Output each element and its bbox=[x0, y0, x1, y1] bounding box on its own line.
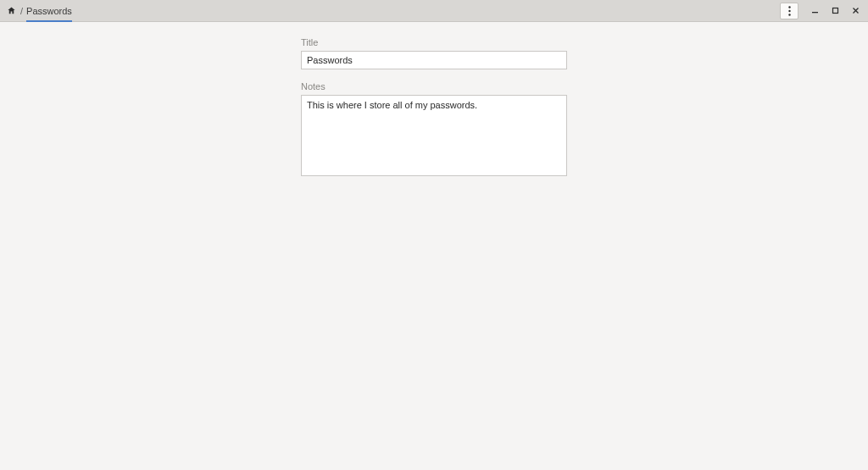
breadcrumb-current[interactable]: Passwords bbox=[26, 6, 72, 22]
svg-point-1 bbox=[788, 9, 790, 11]
svg-point-2 bbox=[788, 14, 790, 15]
breadcrumb: / Passwords bbox=[3, 5, 72, 17]
svg-rect-3 bbox=[812, 12, 818, 13]
title-label: Title bbox=[301, 37, 567, 47]
svg-rect-4 bbox=[832, 8, 837, 14]
menu-button[interactable] bbox=[780, 3, 798, 19]
minimize-button[interactable] bbox=[805, 3, 824, 19]
notes-input[interactable] bbox=[301, 95, 567, 176]
notes-field-group: Notes bbox=[301, 81, 567, 180]
titlebar: / Passwords bbox=[0, 0, 868, 22]
main-content: Title Notes bbox=[0, 22, 868, 191]
title-input[interactable] bbox=[301, 51, 567, 69]
svg-point-0 bbox=[788, 6, 790, 8]
home-icon[interactable] bbox=[5, 5, 17, 17]
note-form: Title Notes bbox=[301, 37, 567, 191]
maximize-button[interactable] bbox=[826, 3, 844, 19]
window-controls bbox=[780, 3, 865, 19]
title-field-group: Title bbox=[301, 37, 567, 69]
breadcrumb-separator: / bbox=[20, 6, 23, 16]
close-button[interactable] bbox=[846, 3, 865, 19]
notes-label: Notes bbox=[301, 81, 567, 91]
